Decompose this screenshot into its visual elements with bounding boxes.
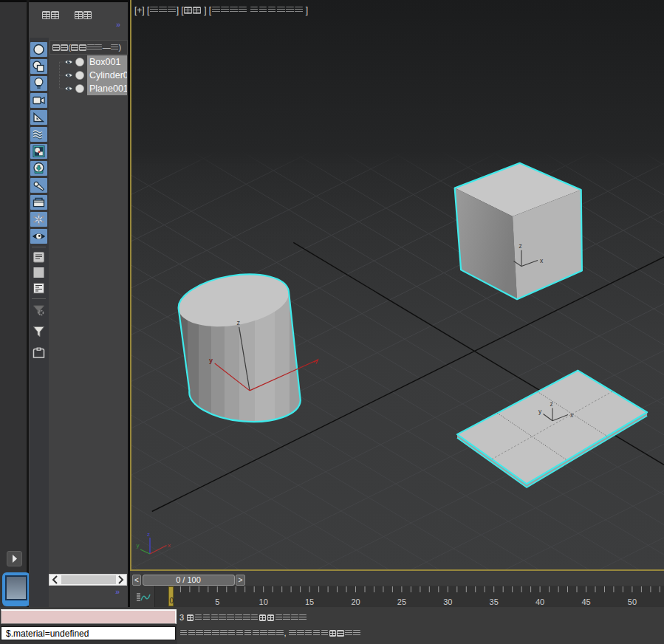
svg-text:y: y (137, 542, 140, 549)
svg-text:35: 35 (490, 597, 499, 606)
svg-text:z: z (147, 531, 150, 538)
svg-text:20: 20 (351, 597, 360, 606)
svg-text:z: z (550, 400, 553, 408)
svg-text:50: 50 (628, 597, 637, 606)
svg-text:5: 5 (215, 597, 219, 606)
svg-text:30: 30 (443, 597, 452, 606)
svg-text:10: 10 (259, 597, 268, 606)
svg-text:45: 45 (581, 597, 590, 606)
svg-text:x: x (168, 542, 171, 549)
svg-text:15: 15 (305, 597, 314, 606)
svg-text:25: 25 (397, 597, 406, 606)
svg-text:z: z (519, 242, 522, 250)
svg-text:40: 40 (535, 597, 544, 606)
svg-text:y: y (209, 357, 213, 364)
svg-text:z: z (237, 319, 241, 326)
